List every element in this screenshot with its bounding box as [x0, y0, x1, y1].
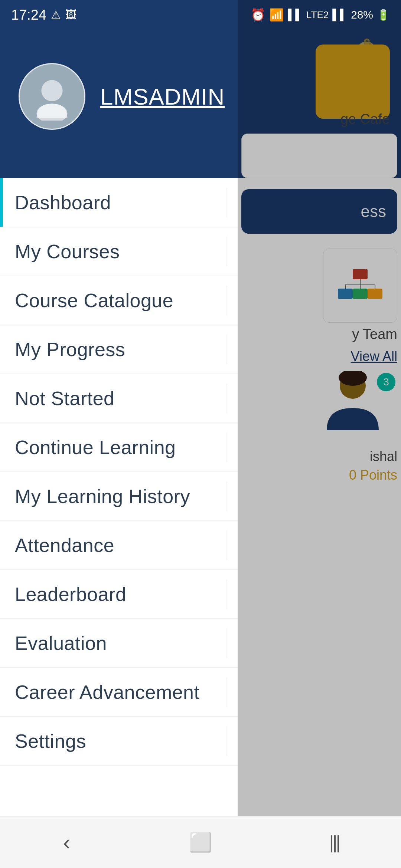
battery-icon: 🔋 [377, 9, 390, 21]
recent-icon: ||| [329, 832, 339, 853]
drawer-menu: Dashboard My Courses Course Catalogue My… [0, 178, 238, 868]
sidebar-item-my-courses[interactable]: My Courses [0, 227, 238, 276]
recent-apps-button[interactable]: ||| [312, 828, 356, 857]
sidebar-item-course-catalogue[interactable]: Course Catalogue [0, 276, 238, 325]
sidebar-item-not-started[interactable]: Not Started [0, 374, 238, 423]
sidebar-item-my-learning-history[interactable]: My Learning History [0, 472, 238, 521]
battery-level: 28% [351, 9, 373, 21]
home-button[interactable]: ⬜ [178, 828, 223, 857]
signal-icon: ▌▌ [288, 9, 303, 21]
time-display: 17:24 [11, 7, 46, 23]
image-icon: 🖼 [65, 9, 76, 21]
back-icon: ‹ [63, 829, 71, 855]
sidebar-item-attendance[interactable]: Attendance [0, 521, 238, 570]
back-button[interactable]: ‹ [45, 828, 89, 857]
wifi-icon: 📶 [269, 8, 284, 22]
signal2-icon: ▌▌ [332, 9, 347, 21]
lte-icon: LTE2 [306, 9, 329, 21]
status-bar: 17:24 ⚠ 🖼 ⏰ 📶 ▌▌ LTE2 ▌▌ 28% 🔋 [0, 0, 401, 30]
status-icons-group: ⏰ 📶 ▌▌ LTE2 ▌▌ 28% 🔋 [251, 8, 390, 22]
svg-point-11 [41, 80, 62, 101]
sidebar-item-dashboard[interactable]: Dashboard [0, 178, 238, 227]
bottom-navigation: ‹ ⬜ ||| [0, 816, 401, 868]
username-label[interactable]: LMSADMIN [100, 83, 225, 110]
sidebar-item-continue-learning[interactable]: Continue Learning [0, 423, 238, 472]
sidebar-item-career-advancement[interactable]: Career Advancement [0, 668, 238, 717]
status-time-group: 17:24 ⚠ 🖼 [11, 7, 76, 23]
avatar [19, 63, 85, 130]
dim-overlay[interactable] [238, 0, 401, 816]
warning-icon: ⚠ [51, 9, 61, 22]
home-icon: ⬜ [189, 832, 212, 853]
sidebar-item-settings[interactable]: Settings [0, 717, 238, 766]
sidebar-item-evaluation[interactable]: Evaluation [0, 619, 238, 668]
sidebar-item-leaderboard[interactable]: Leaderboard [0, 570, 238, 619]
navigation-drawer: LMSADMIN Dashboard My Courses Course Cat… [0, 0, 238, 868]
alarm-icon: ⏰ [251, 8, 265, 22]
sidebar-item-my-progress[interactable]: My Progress [0, 325, 238, 374]
avatar-silhouette [28, 72, 76, 121]
